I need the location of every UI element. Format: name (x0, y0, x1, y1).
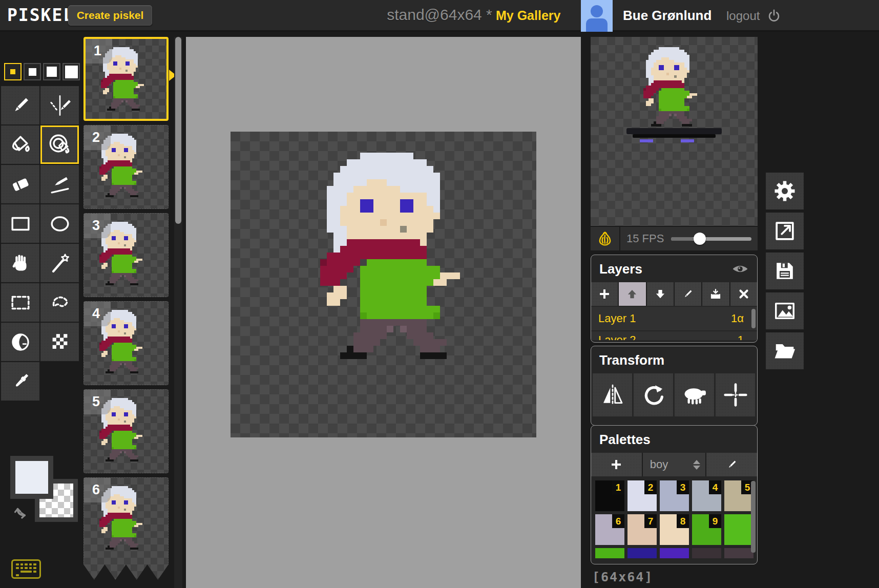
pen-icon (9, 94, 32, 117)
transform-title: Transform (591, 346, 757, 373)
toggle-layer-visibility-icon[interactable] (731, 260, 749, 278)
sprite-canvas[interactable] (231, 132, 536, 437)
folder-icon (773, 339, 797, 363)
vertical-mirror-pen-icon (48, 94, 72, 117)
settings-button[interactable] (766, 173, 804, 209)
move-layer-down-button[interactable] (647, 282, 674, 306)
palette-swatch-9[interactable]: 9 (692, 514, 721, 545)
colorpicker-tool-button[interactable] (1, 362, 39, 401)
pen-size-4[interactable] (62, 63, 80, 80)
frame-thumbnail-1[interactable]: 1 (83, 37, 169, 121)
save-button[interactable] (766, 253, 804, 289)
frame-number-badge: 3 (84, 214, 111, 238)
primary-color-swatch[interactable] (10, 456, 53, 499)
palette-swatch-clipped[interactable] (660, 548, 689, 558)
skateboard-glow (640, 139, 653, 142)
eyedropper-icon (9, 370, 32, 393)
frame-thumbnail-5[interactable]: 5 (83, 389, 169, 473)
eraser-tool-button[interactable] (1, 165, 39, 203)
layer-row-1[interactable]: Layer 1 1α (591, 307, 757, 330)
swatch-number: 2 (644, 480, 657, 494)
center-button[interactable] (716, 373, 755, 416)
colorswap-tool-button[interactable] (40, 125, 79, 164)
add-layer-button[interactable] (591, 282, 618, 306)
import-button[interactable] (766, 332, 804, 369)
palette-swatch[interactable] (724, 514, 754, 545)
palette-swatch-6[interactable]: 6 (595, 514, 624, 545)
layer-row-2[interactable]: Layer 2 1 (591, 331, 757, 340)
edit-palette-button[interactable] (706, 453, 757, 476)
palette-swatch-7[interactable]: 7 (627, 514, 657, 545)
swatch-number: 6 (612, 514, 624, 528)
frame-thumbnail-3[interactable]: 3 (83, 213, 169, 297)
frame-thumbnail-4[interactable]: 4 (83, 301, 169, 385)
magic-wand-icon (48, 251, 72, 275)
frames-scrollbar-thumb[interactable] (175, 37, 181, 224)
dithering-tool-button[interactable] (40, 323, 79, 361)
stroke-icon (48, 173, 72, 196)
my-gallery-link[interactable]: My Gallery (496, 8, 560, 23)
canvas-size-label: [64x64] (592, 570, 653, 584)
drawing-canvas[interactable] (186, 37, 581, 588)
fps-slider[interactable] (671, 237, 751, 241)
palettes-panel: Palettes boy 123456789 (591, 425, 758, 564)
palette-swatch-8[interactable]: 8 (660, 514, 689, 545)
shape-selection-tool-button[interactable] (40, 244, 79, 282)
move-tool-button[interactable] (1, 244, 39, 282)
palette-select[interactable]: boy (643, 453, 706, 476)
rectangle-selection-icon (9, 291, 32, 314)
palette-swatch-clipped[interactable] (692, 548, 721, 558)
avatar-person-icon (591, 5, 603, 17)
palette-swatch-clipped[interactable] (724, 548, 754, 558)
palette-swatch-clipped[interactable] (595, 548, 624, 558)
circle-tool-button[interactable] (40, 204, 79, 243)
flip-button[interactable] (593, 373, 632, 416)
resize-button[interactable] (766, 213, 804, 249)
stroke-tool-button[interactable] (40, 165, 79, 203)
pen-size-2[interactable] (24, 63, 41, 80)
merge-layer-button[interactable] (702, 282, 729, 306)
edit-pencil-icon (726, 458, 738, 471)
fps-slider-knob[interactable] (694, 233, 706, 245)
palette-swatch-clipped[interactable] (627, 548, 657, 558)
bucket-tool-button[interactable] (1, 125, 39, 164)
lasso-selection-tool-button[interactable] (40, 283, 79, 322)
rectangle-selection-tool-button[interactable] (1, 283, 39, 322)
palette-scrollbar-thumb[interactable] (751, 481, 756, 553)
layers-scrollbar-thumb[interactable] (751, 309, 756, 328)
frames-scrollbar[interactable] (174, 37, 182, 588)
keyboard-shortcuts-icon[interactable] (11, 559, 41, 579)
pen-size-1[interactable] (4, 63, 22, 80)
rotate-button[interactable] (634, 373, 673, 416)
layer-alpha-badge[interactable]: 1α (731, 312, 744, 325)
palette-swatch-3[interactable]: 3 (660, 480, 689, 511)
palette-swatch-5[interactable]: 5 (724, 480, 754, 511)
move-layer-up-button[interactable] (619, 282, 645, 306)
swap-colors-icon[interactable] (11, 500, 32, 522)
frame-number-badge: 2 (84, 125, 111, 150)
create-piskel-button[interactable]: Create piskel (68, 5, 152, 26)
delete-layer-button[interactable] (730, 282, 757, 306)
logout-link[interactable]: logout (726, 9, 760, 23)
preview-character (643, 47, 705, 127)
pen-size-3[interactable] (43, 63, 60, 80)
rename-layer-button[interactable] (675, 282, 701, 306)
swatch-number: 4 (709, 480, 721, 494)
selected-palette-name: boy (650, 458, 668, 471)
create-palette-button[interactable] (591, 453, 642, 476)
mirror-pen-tool-button[interactable] (40, 86, 79, 124)
avatar[interactable] (581, 0, 613, 32)
palette-swatch-4[interactable]: 4 (692, 480, 721, 511)
power-icon[interactable] (766, 8, 782, 24)
palette-swatch-1[interactable]: 1 (595, 480, 624, 511)
clone-button[interactable] (675, 373, 714, 416)
lighten-tool-button[interactable] (1, 323, 39, 361)
export-button[interactable] (766, 292, 804, 329)
rectangle-tool-button[interactable] (1, 204, 39, 243)
sheep-icon (681, 381, 708, 409)
pen-tool-button[interactable] (1, 86, 39, 124)
palette-swatch-2[interactable]: 2 (627, 480, 657, 511)
frame-thumbnail-2[interactable]: 2 (83, 125, 169, 209)
frame-thumbnail-6[interactable]: 6 (83, 477, 169, 580)
onion-skin-button[interactable] (591, 227, 620, 250)
